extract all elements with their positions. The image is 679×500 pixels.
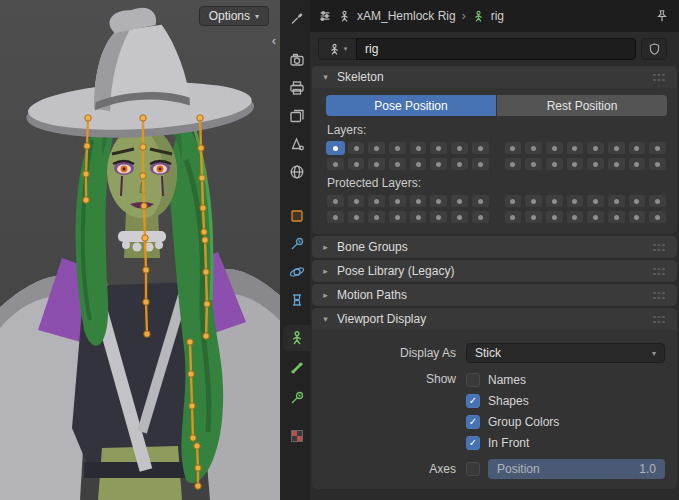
layer-toggle[interactable] bbox=[388, 194, 407, 208]
layer-toggle[interactable] bbox=[409, 194, 428, 208]
checkbox-checked-icon[interactable]: ✓ bbox=[466, 436, 480, 450]
tab-object-data-armature[interactable] bbox=[283, 325, 310, 351]
layer-toggle[interactable] bbox=[524, 141, 543, 155]
layer-toggle[interactable] bbox=[648, 194, 667, 208]
layer-toggle[interactable] bbox=[450, 210, 469, 224]
layer-toggle[interactable] bbox=[566, 141, 585, 155]
layer-toggle[interactable] bbox=[471, 141, 490, 155]
properties-editor-icon[interactable] bbox=[318, 9, 332, 23]
tab-object[interactable] bbox=[283, 203, 310, 229]
layer-toggle[interactable] bbox=[409, 141, 428, 155]
layer-toggle[interactable] bbox=[566, 157, 585, 171]
layer-toggle[interactable] bbox=[545, 210, 564, 224]
checkbox-checked-icon[interactable]: ✓ bbox=[466, 415, 480, 429]
checkbox-checked-icon[interactable]: ✓ bbox=[466, 394, 480, 408]
datablock-name-field[interactable] bbox=[356, 38, 636, 60]
layer-toggle[interactable] bbox=[429, 157, 448, 171]
layer-toggle[interactable] bbox=[347, 194, 366, 208]
layer-toggle[interactable] bbox=[347, 210, 366, 224]
axes-checkbox[interactable] bbox=[466, 462, 480, 476]
layer-toggle[interactable] bbox=[586, 194, 605, 208]
3d-viewport[interactable]: Options ▾ ‹ bbox=[0, 0, 280, 500]
layer-toggle[interactable] bbox=[347, 157, 366, 171]
layer-toggle[interactable] bbox=[628, 210, 647, 224]
layer-toggle[interactable] bbox=[628, 141, 647, 155]
tab-scene[interactable] bbox=[283, 131, 310, 157]
bone-groups-panel-header[interactable]: ▸ Bone Groups bbox=[312, 236, 677, 258]
layer-toggle[interactable] bbox=[648, 157, 667, 171]
pose-position-button[interactable]: Pose Position bbox=[326, 95, 496, 116]
fake-user-shield-button[interactable] bbox=[641, 38, 667, 60]
layer-toggle[interactable] bbox=[388, 141, 407, 155]
layer-toggle[interactable] bbox=[504, 210, 523, 224]
viewport-display-panel-header[interactable]: ▾ Viewport Display bbox=[312, 308, 677, 330]
axes-position-slider[interactable]: Position 1.0 bbox=[488, 459, 665, 479]
checkbox-empty-icon[interactable] bbox=[466, 373, 480, 387]
tab-tool[interactable] bbox=[283, 5, 310, 31]
layer-toggle[interactable] bbox=[471, 210, 490, 224]
layer-toggle[interactable] bbox=[504, 157, 523, 171]
layer-toggle[interactable] bbox=[586, 157, 605, 171]
skeleton-panel-header[interactable]: ▾ Skeleton bbox=[312, 66, 677, 88]
tab-view-layer[interactable] bbox=[283, 103, 310, 129]
layer-toggle[interactable] bbox=[607, 157, 626, 171]
breadcrumb-data-name[interactable]: rig bbox=[491, 9, 504, 23]
layer-toggle[interactable] bbox=[409, 157, 428, 171]
layer-toggle[interactable] bbox=[326, 210, 345, 224]
layer-toggle[interactable] bbox=[607, 141, 626, 155]
panel-grip-icon[interactable] bbox=[652, 291, 667, 300]
layer-toggle[interactable] bbox=[450, 194, 469, 208]
viewport-canvas[interactable] bbox=[0, 0, 280, 500]
checkbox-names[interactable]: Names bbox=[466, 369, 665, 390]
tab-output[interactable] bbox=[283, 75, 310, 101]
layer-toggle[interactable] bbox=[471, 194, 490, 208]
layer-toggle[interactable] bbox=[566, 210, 585, 224]
layer-toggle[interactable] bbox=[628, 157, 647, 171]
layer-toggle[interactable] bbox=[347, 141, 366, 155]
layer-toggle[interactable] bbox=[367, 157, 386, 171]
panel-grip-icon[interactable] bbox=[652, 73, 667, 82]
tab-bone-constraint[interactable] bbox=[283, 385, 310, 411]
layer-toggle[interactable] bbox=[524, 194, 543, 208]
layer-toggle[interactable] bbox=[648, 210, 667, 224]
panel-grip-icon[interactable] bbox=[652, 315, 667, 324]
layer-toggle[interactable] bbox=[367, 141, 386, 155]
tab-world[interactable] bbox=[283, 159, 310, 185]
panel-grip-icon[interactable] bbox=[652, 267, 667, 276]
layer-toggle[interactable] bbox=[429, 210, 448, 224]
pose-library-panel-header[interactable]: ▸ Pose Library (Legacy) bbox=[312, 260, 677, 282]
layer-toggle[interactable] bbox=[566, 194, 585, 208]
layer-toggle[interactable] bbox=[367, 194, 386, 208]
layer-toggle[interactable] bbox=[586, 141, 605, 155]
layer-toggle[interactable] bbox=[450, 157, 469, 171]
tab-texture[interactable] bbox=[283, 423, 310, 449]
layer-toggle[interactable] bbox=[504, 194, 523, 208]
breadcrumb-object-name[interactable]: xAM_Hemlock Rig bbox=[357, 9, 456, 23]
layer-toggle[interactable] bbox=[409, 210, 428, 224]
layer-toggle[interactable] bbox=[429, 141, 448, 155]
layer-toggle[interactable] bbox=[429, 194, 448, 208]
layer-toggle[interactable] bbox=[524, 157, 543, 171]
layer-toggle[interactable] bbox=[388, 210, 407, 224]
tab-render[interactable] bbox=[283, 47, 310, 73]
layer-toggle[interactable] bbox=[471, 157, 490, 171]
layer-toggle[interactable] bbox=[450, 141, 469, 155]
layer-toggle[interactable] bbox=[586, 210, 605, 224]
layer-toggle[interactable] bbox=[607, 194, 626, 208]
layer-toggle[interactable] bbox=[367, 210, 386, 224]
pin-icon[interactable] bbox=[655, 9, 669, 23]
layer-toggle[interactable] bbox=[326, 194, 345, 208]
layer-toggle[interactable] bbox=[326, 157, 345, 171]
checkbox-shapes[interactable]: ✓Shapes bbox=[466, 390, 665, 411]
sidebar-collapse-arrow[interactable]: ‹ bbox=[272, 34, 276, 47]
layer-toggle[interactable] bbox=[504, 141, 523, 155]
tab-physics[interactable] bbox=[283, 259, 310, 285]
layer-toggle[interactable] bbox=[545, 157, 564, 171]
layer-toggle[interactable] bbox=[545, 194, 564, 208]
tab-modifiers[interactable] bbox=[283, 231, 310, 257]
checkbox-group-colors[interactable]: ✓Group Colors bbox=[466, 411, 665, 432]
panel-grip-icon[interactable] bbox=[652, 243, 667, 252]
layer-toggle[interactable] bbox=[648, 141, 667, 155]
layer-toggle[interactable] bbox=[524, 210, 543, 224]
layer-toggle[interactable] bbox=[545, 141, 564, 155]
